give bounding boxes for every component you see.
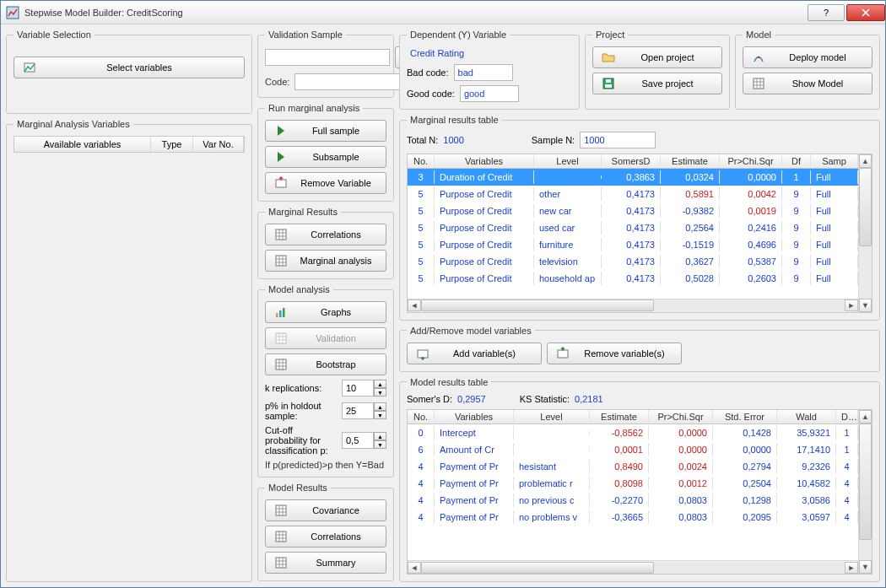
spin-up-icon[interactable]: ▲	[374, 380, 386, 388]
somersd-value: 0,2957	[457, 394, 486, 404]
model-table-group: Model results table Somer's D:0,2957 KS …	[399, 377, 880, 583]
select-variables-label: Select variables	[43, 62, 235, 73]
svg-rect-14	[606, 79, 611, 83]
table-row[interactable]: 4Payment of Prhesistant0,84900,00240,279…	[408, 458, 858, 475]
krep-label: k replications:	[265, 383, 337, 393]
marginal-table-legend: Marginal results table	[407, 115, 502, 125]
good-code-input[interactable]	[460, 85, 519, 102]
table-row[interactable]: 4Payment of Prno problems v-0,36650,0803…	[408, 509, 858, 526]
table-row[interactable]: 3Duration of Credit0,38630,03240,00001Fu…	[408, 169, 858, 186]
scroll-down-icon[interactable]: ▼	[859, 299, 872, 312]
spin-down-icon[interactable]: ▼	[374, 440, 386, 449]
marginal-vars-col-type: Type	[151, 137, 193, 152]
close-button[interactable]	[846, 4, 885, 21]
scroll-up-icon[interactable]: ▲	[859, 410, 872, 423]
rule-text: If p(predicted)>p then Y=Bad	[265, 460, 386, 470]
select-variables-button[interactable]: Select variables	[14, 57, 245, 78]
remove-variable-button[interactable]: Remove Variable	[265, 172, 386, 194]
marginal-vars-legend: Marginal Analysis Variables	[14, 119, 133, 129]
marginal-table-body[interactable]: 3Duration of Credit0,38630,03240,00001Fu…	[408, 169, 858, 299]
save-project-button[interactable]: Save project	[592, 73, 722, 94]
v-scrollbar[interactable]: ▲ ▼	[858, 154, 872, 312]
scroll-up-icon[interactable]: ▲	[859, 154, 872, 168]
phold-input[interactable]	[342, 402, 374, 419]
table-row[interactable]: 5Purpose of Creditfurniture0,4173-0,1519…	[408, 236, 858, 253]
table-row[interactable]: 0Intercept-0,85620,00000,142835,93211	[408, 424, 858, 441]
phold-spinner[interactable]: ▲▼	[342, 402, 386, 419]
spin-down-icon[interactable]: ▼	[374, 411, 386, 419]
deploy-icon	[752, 51, 765, 64]
remove-variables-button[interactable]: Remove variable(s)	[547, 343, 682, 364]
deploy-model-button[interactable]: Deploy model	[743, 46, 872, 68]
correlations-button[interactable]: Correlations	[265, 224, 386, 245]
spin-up-icon[interactable]: ▲	[374, 402, 386, 411]
grid-icon	[274, 254, 288, 267]
table-row[interactable]: 4Payment of Prno previous c-0,22700,0803…	[408, 492, 858, 509]
full-sample-button[interactable]: Full sample	[265, 120, 386, 142]
validation-button[interactable]: Validation	[265, 327, 386, 349]
svg-rect-7	[283, 308, 285, 317]
grid-icon	[274, 530, 288, 543]
marginal-vars-col-avail: Available variables	[14, 137, 151, 152]
table-row[interactable]: 4Payment of Prproblematic r0,80980,00120…	[408, 475, 858, 492]
correlations2-button[interactable]: Correlations	[265, 526, 386, 548]
model-analysis-group: Model analysis Graphs Validation Bootstr…	[257, 284, 394, 477]
window-title: Stepwise Model Builder: CreditScoring	[24, 8, 806, 18]
svg-rect-10	[276, 505, 286, 515]
table-row[interactable]: 5Purpose of Creditother0,41730,58910,004…	[408, 186, 858, 202]
marginal-analysis-button[interactable]: Marginal analysis	[265, 250, 386, 272]
spin-down-icon[interactable]: ▼	[374, 388, 386, 396]
select-variables-icon	[23, 61, 36, 74]
show-model-button[interactable]: Show Model	[743, 73, 872, 94]
scroll-right-icon[interactable]: ►	[845, 562, 858, 574]
marginal-vars-body[interactable]	[14, 153, 245, 575]
covariance-button[interactable]: Covariance	[265, 499, 386, 521]
table-row[interactable]: 5Purpose of Credithousehold ap0,41730,50…	[408, 270, 858, 287]
scroll-left-icon[interactable]: ◄	[408, 299, 421, 311]
dependent-var-group: Dependent (Y) Variable Credit Rating Bad…	[399, 30, 580, 110]
open-project-button[interactable]: Open project	[592, 46, 722, 68]
add-icon	[416, 347, 429, 360]
graphs-button[interactable]: Graphs	[265, 301, 386, 323]
scroll-left-icon[interactable]: ◄	[408, 562, 421, 574]
table-row[interactable]: 6Amount of Cr0,00010,00000,000017,14101	[408, 441, 858, 458]
svg-rect-5	[276, 313, 278, 317]
bad-code-input[interactable]	[454, 64, 513, 81]
help-button[interactable]: ?	[808, 4, 845, 21]
table-row[interactable]: 5Purpose of Creditused car0,41730,25640,…	[408, 219, 858, 236]
model-table-body[interactable]: 0Intercept-0,85620,00000,142835,932116Am…	[408, 424, 858, 561]
sample-n-input[interactable]	[580, 132, 656, 148]
table-row[interactable]: 5Purpose of Creditnew car0,4173-0,93820,…	[408, 202, 858, 219]
cutoff-input[interactable]	[342, 432, 374, 449]
v-scrollbar[interactable]: ▲ ▼	[858, 410, 872, 575]
h-scrollbar[interactable]: ◄ ►	[408, 560, 858, 574]
cutoff-spinner[interactable]: ▲▼	[342, 432, 386, 449]
bootstrap-button[interactable]: Bootstrap	[265, 353, 386, 375]
model-table[interactable]: No. Variables Level Estimate Pr>Chi.Sqr …	[407, 409, 872, 575]
marginal-table[interactable]: No. Variables Level SomersD Estimate Pr>…	[407, 154, 872, 313]
validation-file-input[interactable]	[265, 49, 390, 66]
folder-open-icon	[602, 51, 615, 64]
app-window: Stepwise Model Builder: CreditScoring ? …	[0, 0, 886, 588]
summary-button[interactable]: Summary	[265, 552, 386, 574]
bad-code-label: Bad code:	[407, 67, 449, 78]
model-group: Model Deploy model Show Model	[735, 30, 880, 110]
h-scrollbar[interactable]: ◄ ►	[408, 299, 858, 312]
add-variables-button[interactable]: Add variable(s)	[407, 343, 542, 364]
variable-selection-legend: Variable Selection	[14, 30, 95, 40]
scroll-right-icon[interactable]: ►	[845, 299, 858, 311]
krep-input[interactable]	[342, 380, 374, 396]
marginal-vars-header: Available variables Type Var No.	[14, 136, 245, 153]
run-marginal-group: Run marginal analysis Full sample Subsam…	[257, 103, 394, 202]
krep-spinner[interactable]: ▲▼	[342, 380, 386, 396]
svg-rect-8	[276, 333, 286, 343]
subsample-button[interactable]: Subsample	[265, 146, 386, 168]
remove-icon	[274, 176, 288, 190]
marginal-results-group: Marginal Results Correlations Marginal a…	[257, 207, 394, 279]
grid-icon	[274, 358, 288, 371]
spin-up-icon[interactable]: ▲	[374, 432, 386, 440]
table-row[interactable]: 5Purpose of Credittelevision0,41730,3627…	[408, 253, 858, 270]
svg-rect-2	[276, 180, 286, 187]
scroll-down-icon[interactable]: ▼	[859, 560, 872, 574]
svg-rect-11	[276, 531, 286, 542]
